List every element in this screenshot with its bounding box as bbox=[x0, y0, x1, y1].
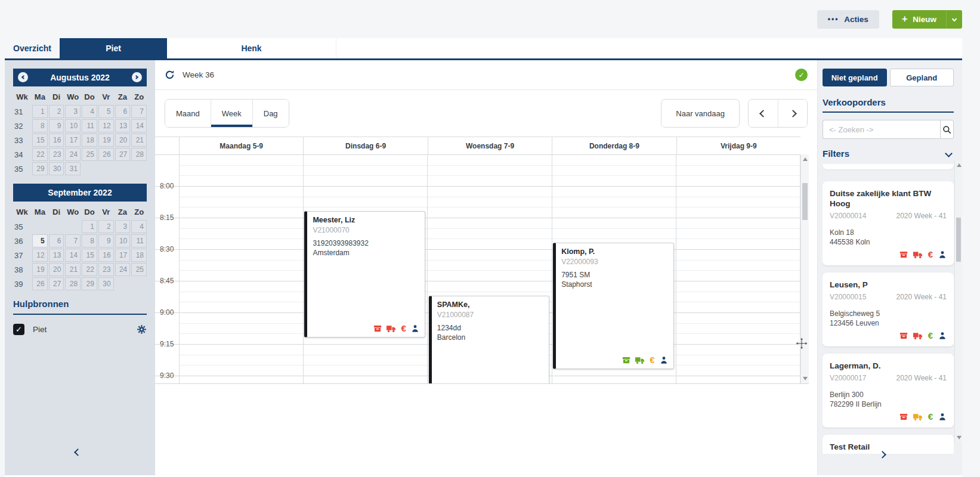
day-cell[interactable]: 26 bbox=[32, 277, 48, 290]
day-cell[interactable]: 19 bbox=[32, 263, 48, 276]
orders-scrollbar-thumb[interactable] bbox=[956, 218, 961, 262]
day-cell[interactable]: 3 bbox=[115, 220, 131, 233]
day-cell[interactable]: 14 bbox=[131, 119, 147, 132]
day-cell[interactable]: 11 bbox=[82, 119, 97, 132]
day-cell[interactable]: 29 bbox=[82, 277, 97, 290]
day-column[interactable] bbox=[179, 154, 303, 383]
tab-niet-gepland[interactable]: Niet gepland bbox=[823, 69, 887, 86]
calendar-event[interactable]: Klomp, P.V220000937951 SMStaphorst€ bbox=[553, 243, 673, 369]
day-cell[interactable]: 21 bbox=[65, 263, 81, 276]
day-cell[interactable]: 31 bbox=[65, 162, 81, 175]
day-cell[interactable]: 30 bbox=[49, 162, 64, 175]
day-cell[interactable]: 2 bbox=[98, 220, 114, 233]
day-cell[interactable]: 20 bbox=[49, 263, 64, 276]
view-week-button[interactable]: Week bbox=[211, 100, 252, 127]
calendar-event[interactable]: SPAMKe,V210000871234ddBarcelon bbox=[429, 296, 549, 384]
day-cell[interactable]: 22 bbox=[32, 148, 48, 161]
order-card[interactable]: Duitse zakelijke klant BTW HoogV20000014… bbox=[823, 181, 954, 265]
grid-scrollbar-thumb[interactable] bbox=[802, 183, 808, 220]
day-cell[interactable]: 18 bbox=[82, 134, 97, 147]
resource-checkbox[interactable]: ✓ bbox=[13, 324, 24, 335]
actions-button[interactable]: ••• Acties bbox=[817, 10, 879, 29]
prev-week-button[interactable] bbox=[749, 100, 778, 127]
tab-overzicht[interactable]: Overzicht bbox=[5, 38, 60, 58]
day-cell[interactable]: 27 bbox=[49, 277, 64, 290]
new-button[interactable]: + Nieuw bbox=[892, 10, 946, 29]
calendar-event[interactable]: Meester, LizV2100007031920393983932Amste… bbox=[304, 211, 425, 337]
order-card[interactable]: Leusen, PV200000152020 Week - 41Belgisch… bbox=[823, 272, 954, 346]
day-cell[interactable]: 1 bbox=[32, 105, 48, 118]
day-cell[interactable]: 4 bbox=[82, 105, 97, 118]
day-cell[interactable]: 6 bbox=[49, 234, 64, 247]
day-cell[interactable]: 19 bbox=[98, 134, 114, 147]
tab-gepland[interactable]: Gepland bbox=[890, 69, 954, 86]
day-cell[interactable]: 17 bbox=[65, 134, 81, 147]
orders-scroll-down-icon[interactable] bbox=[957, 436, 962, 439]
view-maand-button[interactable]: Maand bbox=[165, 100, 211, 127]
day-cell[interactable]: 26 bbox=[98, 148, 114, 161]
scroll-up-icon[interactable] bbox=[803, 157, 808, 161]
day-cell[interactable]: 27 bbox=[115, 148, 131, 161]
day-cell[interactable]: 15 bbox=[82, 249, 97, 262]
day-cell[interactable]: 4 bbox=[131, 220, 147, 233]
day-cell[interactable]: 25 bbox=[82, 148, 97, 161]
day-cell[interactable]: 6 bbox=[115, 105, 131, 118]
day-cell[interactable]: 7 bbox=[65, 234, 81, 247]
day-cell[interactable]: 15 bbox=[32, 134, 48, 147]
day-cell[interactable]: 16 bbox=[98, 249, 114, 262]
day-cell[interactable]: 12 bbox=[98, 119, 114, 132]
day-cell[interactable]: 10 bbox=[115, 234, 131, 247]
scroll-down-icon[interactable] bbox=[803, 377, 808, 380]
grid-scrollbar[interactable] bbox=[800, 154, 809, 383]
day-cell[interactable]: 11 bbox=[131, 234, 147, 247]
day-cell[interactable]: 22 bbox=[82, 263, 97, 276]
day-cell[interactable]: 9 bbox=[49, 119, 64, 132]
day-cell[interactable]: 2 bbox=[49, 105, 64, 118]
new-dropdown-button[interactable] bbox=[946, 10, 962, 29]
order-card[interactable]: Lagerman, D.V200000172020 Week - 41Berli… bbox=[823, 354, 954, 428]
day-cell[interactable]: 13 bbox=[49, 249, 64, 262]
day-column[interactable] bbox=[676, 154, 800, 383]
day-cell[interactable]: 16 bbox=[49, 134, 64, 147]
calendar-next-icon[interactable] bbox=[132, 72, 142, 82]
search-button[interactable] bbox=[940, 120, 954, 139]
day-cell[interactable]: 5 bbox=[32, 234, 48, 247]
day-cell[interactable]: 3 bbox=[65, 105, 81, 118]
day-cell[interactable]: 7 bbox=[131, 105, 147, 118]
calendar-prev-icon[interactable] bbox=[18, 72, 28, 82]
next-week-button[interactable] bbox=[778, 100, 807, 127]
day-cell[interactable]: 21 bbox=[131, 134, 147, 147]
tab-henk[interactable]: Henk bbox=[167, 38, 336, 58]
gear-icon[interactable] bbox=[137, 324, 147, 334]
day-cell[interactable]: 8 bbox=[32, 119, 48, 132]
day-cell[interactable]: 24 bbox=[115, 263, 131, 276]
day-cell[interactable]: 8 bbox=[82, 234, 97, 247]
day-cell[interactable]: 18 bbox=[131, 249, 147, 262]
day-cell[interactable]: 30 bbox=[98, 277, 114, 290]
day-cell[interactable]: 29 bbox=[32, 162, 48, 175]
search-input[interactable] bbox=[823, 120, 940, 139]
day-cell[interactable]: 10 bbox=[65, 119, 81, 132]
day-cell[interactable]: 1 bbox=[82, 220, 97, 233]
day-cell[interactable]: 9 bbox=[98, 234, 114, 247]
tab-piet[interactable]: Piet bbox=[60, 38, 167, 58]
day-cell[interactable]: 23 bbox=[98, 263, 114, 276]
day-cell[interactable]: 25 bbox=[131, 263, 147, 276]
collapse-left-sidebar-icon[interactable] bbox=[74, 448, 82, 456]
day-cell[interactable]: 28 bbox=[65, 277, 81, 290]
day-cell[interactable]: 23 bbox=[49, 148, 64, 161]
today-button[interactable]: Naar vandaag bbox=[661, 99, 740, 128]
filters-chevron-down-icon[interactable] bbox=[945, 150, 953, 157]
day-cell[interactable]: 14 bbox=[65, 249, 81, 262]
day-cell[interactable]: 13 bbox=[115, 119, 131, 132]
view-dag-button[interactable]: Dag bbox=[252, 100, 289, 127]
order-card[interactable]: Test RetailV200000182020 Week - 42Weth B… bbox=[823, 435, 954, 454]
day-cell[interactable]: 28 bbox=[131, 148, 147, 161]
day-cell[interactable]: 5 bbox=[98, 105, 114, 118]
day-cell[interactable]: 17 bbox=[115, 249, 131, 262]
orders-scroll-up-icon[interactable] bbox=[957, 163, 962, 167]
orders-scrollbar[interactable] bbox=[954, 160, 962, 442]
day-cell[interactable]: 20 bbox=[115, 134, 131, 147]
refresh-icon[interactable] bbox=[165, 70, 175, 80]
day-cell[interactable]: 12 bbox=[32, 249, 48, 262]
